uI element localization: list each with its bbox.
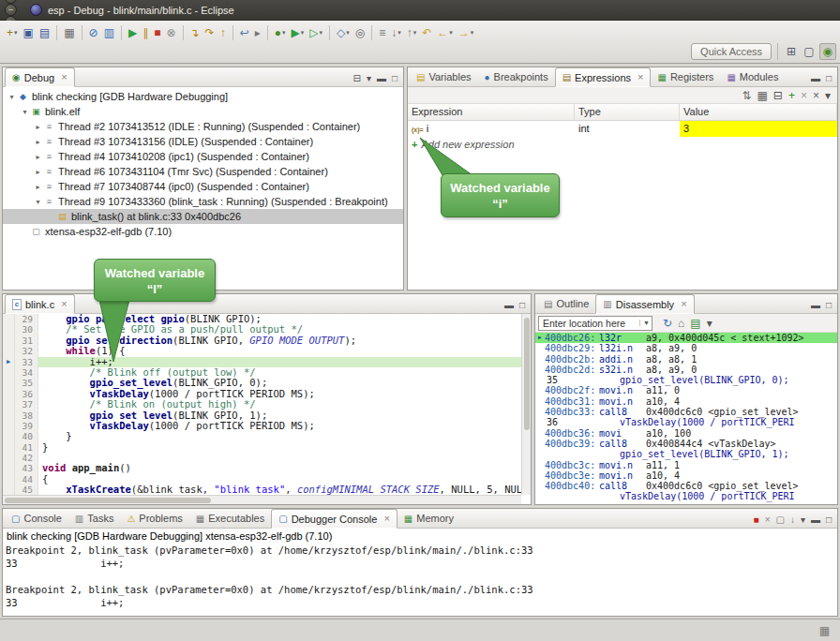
drop-to-frame-icon[interactable]: ↩ <box>237 25 252 40</box>
tab-executables[interactable]: ▦Executables <box>189 509 271 528</box>
view-menu-icon[interactable]: ▾ <box>822 88 833 103</box>
skip-breakpoints-icon[interactable]: ⊘ <box>86 25 101 40</box>
remove-all-expressions-icon[interactable]: × <box>810 88 822 103</box>
code-line[interactable]: gpio_set_level(BLINK_GPIO, 1); <box>38 410 531 421</box>
search-icon[interactable]: ◎ <box>352 25 368 40</box>
disassembly-row[interactable]: 400dbc2b:addi.na8, a8, 1 <box>535 354 837 365</box>
quick-access-button[interactable]: Quick Access <box>691 43 772 60</box>
maximize-view-icon[interactable]: □ <box>389 71 400 86</box>
last-edit-location-icon[interactable]: ↶ <box>419 25 434 40</box>
tab-expressions[interactable]: ▤Expressions× <box>555 67 652 87</box>
tab-memory[interactable]: ▦Memory <box>398 509 460 528</box>
scrollbar-thumb[interactable] <box>5 498 211 503</box>
code-line[interactable]: xTaskCreate(&blink_task, "blink_task", c… <box>38 484 531 495</box>
collapse-all-icon[interactable]: ⊟ <box>351 71 364 86</box>
code-line[interactable]: } <box>38 431 531 441</box>
step-over-icon[interactable]: ↷ <box>202 25 218 40</box>
tab-debugger-console[interactable]: ▢Debugger Console× <box>271 509 398 529</box>
disassembly-row[interactable]: 400dbc2f:movi.na11, 0 <box>535 385 837 395</box>
build-icon[interactable]: ▦ <box>61 25 77 40</box>
close-tab-icon[interactable]: × <box>61 299 67 309</box>
external-tools-icon[interactable]: ▷▾ <box>307 25 325 40</box>
cpp-perspective-icon[interactable]: ▢ <box>801 44 817 59</box>
previous-annotation-icon[interactable]: ↑▾ <box>404 25 420 40</box>
run-icon[interactable]: ▶▾ <box>289 25 308 40</box>
tab-variables[interactable]: ▤Variables <box>410 67 478 86</box>
view-menu-icon[interactable]: ▾ <box>704 316 715 331</box>
column-header-type[interactable]: Type <box>575 104 680 120</box>
expander-icon[interactable]: ▾ <box>33 198 43 206</box>
editor-horizontal-scrollbar[interactable] <box>3 495 521 504</box>
remove-launch-icon[interactable]: × <box>762 513 773 528</box>
disassembly-row[interactable]: 400dbc36:movia10, 100 <box>535 428 837 439</box>
code-line[interactable] <box>38 453 531 463</box>
debug-tree-item[interactable]: ▾◆blink checking [GDB Hardware Debugging… <box>3 89 403 104</box>
expander-icon[interactable]: ▸ <box>33 153 43 161</box>
scrollbar-thumb[interactable] <box>524 318 530 430</box>
tab-debug[interactable]: ◉Debug× <box>5 67 75 87</box>
home-icon[interactable]: ⌂ <box>675 316 687 331</box>
disassembly-row[interactable]: 400dbc31:movi.na10, 4 <box>535 396 837 407</box>
progress-view-icon[interactable]: ▦ <box>817 623 832 638</box>
code-editor[interactable]: 29 gpio_pad_select_gpio(BLINK_GPIO);30 /… <box>3 314 531 496</box>
expander-icon[interactable]: ▾ <box>20 108 30 116</box>
column-header-expression[interactable]: Expression <box>408 104 575 120</box>
show-source-icon[interactable]: ▤ <box>687 316 703 331</box>
code-line[interactable]: } <box>38 442 531 453</box>
debug-tree-item[interactable]: ▸≡Thread #3 1073413156 (IDLE) (Suspended… <box>3 134 403 149</box>
tab-tasks[interactable]: ▥Tasks <box>68 509 121 528</box>
debug-tree-item[interactable]: ▸≡Thread #6 1073431104 (Tmr Svc) (Suspen… <box>3 164 403 179</box>
code-line[interactable]: /* Blink on (output high) */ <box>38 399 531 410</box>
minimize-view-icon[interactable]: ▬ <box>808 71 823 86</box>
debug-tree-item[interactable]: ▸≡Thread #7 1073408744 (ipc0) (Suspended… <box>3 179 403 194</box>
window-minimize-button[interactable]: – <box>5 4 17 16</box>
save-all-icon[interactable]: ▤ <box>37 25 52 40</box>
debug-tree-item[interactable]: ▢xtensa-esp32-elf-gdb (7.10) <box>3 224 403 239</box>
expander-icon[interactable]: ▸ <box>33 138 43 146</box>
resume-icon[interactable]: ▶ <box>126 25 140 40</box>
disassembly-row[interactable]: 400dbc29:l32i.na8, a9, 0 <box>535 343 837 353</box>
maximize-view-icon[interactable]: □ <box>823 71 834 86</box>
collapse-all-icon[interactable]: ⊟ <box>771 88 786 103</box>
disassembly-row[interactable]: 400dbc3c:movi.na11, 1 <box>535 460 837 470</box>
expander-icon[interactable]: ▸ <box>33 123 43 131</box>
tab-blink-c[interactable]: cblink.c× <box>5 294 75 314</box>
new-watch-icon[interactable]: + <box>786 88 798 103</box>
disassembly-row[interactable]: 400dbc33:call80x400dc6c0 <gpio_set_level… <box>535 407 837 417</box>
mark-occurrences-icon[interactable]: ≡ <box>376 25 388 40</box>
disassembly-row[interactable]: 36vTaskDelay(1000 / portTICK_PERI <box>535 417 837 427</box>
remove-expression-icon[interactable]: × <box>798 88 810 103</box>
expression-row[interactable]: (x)=i int 3 <box>408 121 837 137</box>
console-view-icon[interactable]: ▥ <box>101 25 117 40</box>
disassembly-row[interactable]: 400dbc2d:s32i.na8, a9, 0 <box>535 365 837 375</box>
new-wizard-icon[interactable]: +▾ <box>4 25 21 40</box>
maximize-view-icon[interactable]: □ <box>823 298 834 313</box>
maximize-view-icon[interactable]: □ <box>823 513 834 528</box>
tab-outline[interactable]: ▤Outline <box>537 294 595 313</box>
debug-tree-item[interactable]: ▸≡Thread #4 1073410208 (ipc1) (Suspended… <box>3 149 403 164</box>
tab-problems[interactable]: ⚠Problems <box>120 509 188 528</box>
expander-icon[interactable]: ▸ <box>33 183 43 191</box>
debug-icon[interactable]: ●▾ <box>272 25 289 40</box>
minimize-view-icon[interactable]: ▬ <box>808 513 823 528</box>
minimize-view-icon[interactable]: ▬ <box>502 298 517 313</box>
code-line[interactable]: gpio_set_level(BLINK_GPIO, 0); <box>38 378 531 388</box>
step-into-icon[interactable]: ↴ <box>188 25 202 40</box>
minimize-view-icon[interactable]: ▬ <box>808 298 823 313</box>
tab-console[interactable]: ▢Console <box>5 509 68 528</box>
instruction-stepping-icon[interactable]: ▸ <box>252 25 263 40</box>
close-tab-icon[interactable]: × <box>61 72 67 82</box>
code-line[interactable]: /* Blink off (output low) */ <box>38 367 531 378</box>
code-line[interactable]: vTaskDelay(1000 / portTICK_PERIOD_MS); <box>38 421 531 431</box>
close-tab-icon[interactable]: × <box>681 299 686 309</box>
next-annotation-icon[interactable]: ↓▾ <box>388 25 404 40</box>
forward-icon[interactable]: →▾ <box>456 25 477 40</box>
debug-tree-item[interactable]: ▸≡Thread #2 1073413512 (IDLE : Running) … <box>3 119 403 134</box>
chevron-down-icon[interactable]: ▼ <box>639 320 650 326</box>
clear-console-icon[interactable]: ▢ <box>772 513 787 528</box>
debug-tree-item[interactable]: ▾≡Thread #9 1073433360 (blink_task : Run… <box>3 194 403 209</box>
save-icon[interactable]: ▣ <box>21 25 37 40</box>
location-combo[interactable]: Enter location here ▼ <box>538 316 652 331</box>
expander-icon[interactable]: ▾ <box>7 93 17 101</box>
close-tab-icon[interactable]: × <box>383 514 389 524</box>
